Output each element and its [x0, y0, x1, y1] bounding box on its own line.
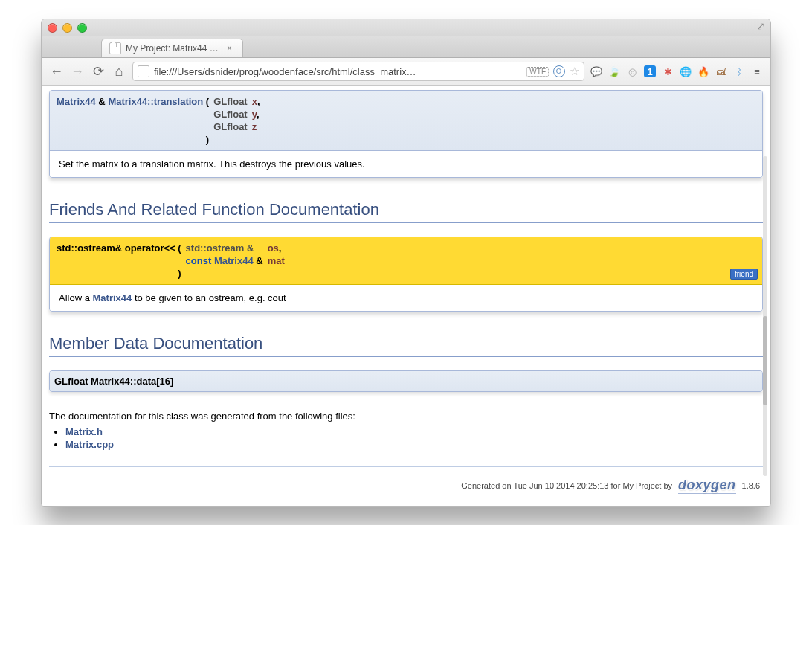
member-operator-ostream-proto: std::ostream& operator<< ( std::ostream … — [50, 237, 762, 285]
member-operator-ostream-doc: Allow a Matrix44 to be given to an ostre… — [50, 285, 762, 311]
extension-couch-icon[interactable]: 🛋 — [715, 65, 727, 77]
link-matrix44-param[interactable]: Matrix44 — [214, 255, 254, 266]
reload-button[interactable]: ⟳ — [91, 63, 106, 80]
close-tab-icon[interactable]: × — [227, 43, 232, 54]
list-item: Matrix.cpp — [65, 439, 763, 450]
browser-toolbar: ← → ⟳ ⌂ file:///Users/dsnider/prog/woode… — [42, 58, 770, 86]
browser-tab[interactable]: My Project: Matrix44 Class × — [101, 39, 243, 57]
section-friends-header: Friends And Related Function Documentati… — [49, 200, 763, 223]
link-file-matrix-h[interactable]: Matrix.h — [65, 426, 103, 437]
compass-icon[interactable] — [553, 65, 565, 77]
file-scheme-icon — [138, 65, 149, 77]
doxygen-version: 1.8.6 — [742, 481, 760, 490]
extension-globe-icon[interactable]: ◎ — [626, 65, 638, 77]
friend-badge: friend — [730, 269, 758, 280]
home-button[interactable]: ⌂ — [112, 64, 126, 80]
footer-separator — [49, 466, 763, 467]
extension-firebug-icon[interactable]: 🔥 — [697, 65, 709, 77]
page-content: Matrix44 & Matrix44::translation ( GLflo… — [42, 86, 770, 506]
extension-onetab-icon[interactable]: 1 — [644, 65, 656, 77]
link-matrix44-translation[interactable]: Matrix44::translation — [108, 96, 203, 107]
source-files-list: Matrix.h Matrix.cpp — [65, 426, 763, 450]
extension-icons: 💬 🍃 ◎ 1 ✱ 🌐 🔥 🛋 ᛒ ≡ — [590, 65, 763, 77]
window-titlebar — [42, 19, 770, 36]
list-item: Matrix.h — [65, 426, 763, 437]
link-matrix44-return[interactable]: Matrix44 — [57, 96, 96, 107]
fullscreen-icon[interactable]: ⤢ — [755, 21, 766, 31]
member-translation: Matrix44 & Matrix44::translation ( GLflo… — [49, 90, 763, 178]
page-footer: Generated on Tue Jun 10 2014 20:25:13 fo… — [49, 475, 763, 498]
page-favicon-icon — [109, 42, 121, 54]
doxygen-logo[interactable]: doxygen — [677, 478, 738, 494]
chrome-menu-icon[interactable]: ≡ — [751, 65, 763, 77]
zoom-window-button[interactable] — [77, 23, 87, 33]
member-data-array: GLfloat Matrix44::data[16] — [49, 370, 763, 392]
extension-speech-icon[interactable]: 💬 — [590, 65, 602, 77]
back-button[interactable]: ← — [49, 64, 64, 80]
scrollbar[interactable] — [763, 156, 767, 476]
footer-generated-text: Generated on Tue Jun 10 2014 20:25:13 fo… — [461, 481, 672, 490]
tab-title: My Project: Matrix44 Class — [126, 43, 222, 54]
bookmark-star-icon[interactable]: ☆ — [570, 65, 579, 78]
close-window-button[interactable] — [48, 23, 57, 33]
member-translation-doc: Set the matrix to a translation matrix. … — [50, 151, 762, 177]
link-matrix44-doc[interactable]: Matrix44 — [93, 292, 132, 303]
forward-button[interactable]: → — [70, 64, 85, 80]
extension-globe2-icon[interactable]: 🌐 — [680, 65, 692, 77]
member-data-array-proto: GLfloat Matrix44::data[16] — [50, 371, 762, 391]
member-operator-ostream: std::ostream& operator<< ( std::ostream … — [49, 237, 763, 312]
url-text: file:///Users/dsnider/prog/woodenface/sr… — [154, 66, 416, 77]
tab-strip: My Project: Matrix44 Class × — [42, 36, 770, 58]
extension-bluetooth-icon[interactable]: ᛒ — [733, 65, 745, 77]
extension-screenshot-icon[interactable]: 🍃 — [608, 65, 620, 77]
member-translation-proto: Matrix44 & Matrix44::translation ( GLflo… — [50, 91, 762, 151]
address-bar[interactable]: file:///Users/dsnider/prog/woodenface/sr… — [132, 62, 584, 81]
extension-bug-icon[interactable]: ✱ — [662, 65, 674, 77]
wtf-badge-icon[interactable]: WTF — [526, 67, 549, 77]
traffic-lights — [48, 23, 87, 33]
link-file-matrix-cpp[interactable]: Matrix.cpp — [65, 439, 114, 450]
section-member-data-header: Member Data Documentation — [49, 334, 763, 357]
minimize-window-button[interactable] — [62, 23, 72, 33]
generated-from-label: The documentation for this class was gen… — [49, 411, 763, 422]
